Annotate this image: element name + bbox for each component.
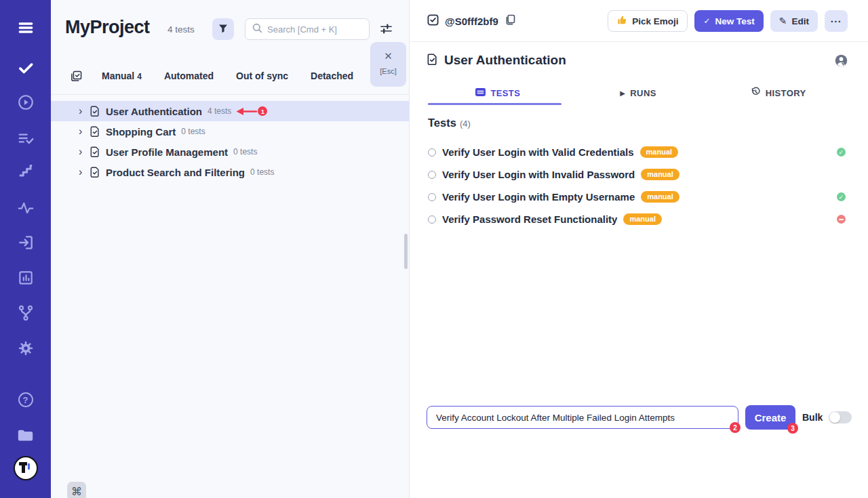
tests-heading-label: Tests [428,117,456,129]
suite-detail-panel: @S0fff2bf9 Pick Emoji ✓ New Test ✎ Edit … [410,0,868,498]
check-icon: ✓ [703,16,710,26]
tuskr-logo[interactable] [14,456,38,480]
tab-history-label: HISTORY [766,88,806,98]
tab-runs[interactable]: ▶ RUNS [568,83,709,103]
detail-tabs: TESTS ▶ RUNS HISTORY [428,83,848,103]
chevron-right-icon[interactable]: › [79,166,85,178]
tab-manual-count: 4 [137,72,142,81]
annotation-arrow-left [235,107,257,116]
tab-out-of-sync[interactable]: Out of sync [236,70,288,81]
test-title: Verify User Login with Empty Username [442,191,635,203]
manual-badge: manual [641,191,679,203]
search-icon [252,23,262,36]
search-input[interactable] [267,24,362,35]
tree-label: Product Search and Filtering [106,167,245,178]
edit-button[interactable]: ✎ Edit [770,10,818,32]
test-title: Verify User Login with Valid Credentials [442,146,634,158]
select-all-icon[interactable] [71,70,82,82]
test-row[interactable]: Verify User Login with Empty Username ma… [428,186,848,208]
tab-manual-label: Manual [102,70,134,81]
chevron-right-icon[interactable]: › [79,125,85,138]
document-check-icon [90,106,100,117]
scrollbar-thumb[interactable] [404,234,408,269]
steps-icon[interactable] [16,161,35,180]
suite-ref-code: @S0fff2bf9 [445,16,498,27]
suite-tree: › User Authentication 4 tests 1 › Shoppi… [51,101,410,182]
reports-chart-icon[interactable] [16,268,35,287]
tab-automated[interactable]: Automated [164,70,214,81]
test-radio[interactable] [428,148,436,157]
edit-label: Edit [792,16,810,26]
tree-count: 0 tests [250,167,274,177]
toggle-knob [829,412,840,423]
tree-label: User Authentication [106,106,202,117]
activity-pulse-icon[interactable] [16,199,35,217]
test-radio[interactable] [428,193,436,201]
close-icon[interactable]: ✕ [384,51,393,61]
test-radio[interactable] [428,171,436,179]
chevron-right-icon[interactable]: › [79,105,85,117]
divider [51,94,410,95]
bulk-toggle[interactable] [829,411,852,423]
chevron-right-icon[interactable]: › [79,146,85,158]
tree-row-user-authentication[interactable]: › User Authentication 4 tests 1 [51,101,410,121]
annotation-badge-2: 2 [730,422,741,433]
adjustments-icon[interactable] [380,24,392,37]
search-box [245,18,370,40]
test-list-check-icon[interactable] [16,129,35,148]
play-icon: ▶ [620,89,625,97]
document-check-icon [427,54,437,68]
new-test-button[interactable]: ✓ New Test [694,10,763,32]
project-title: MyProject [65,17,150,38]
ellipsis-icon: ··· [831,16,842,27]
annotation-badge-1: 1 [258,106,267,116]
test-row[interactable]: Verify Password Reset Functionality manu… [428,208,848,230]
new-test-title-input[interactable] [427,406,738,429]
tab-detached[interactable]: Detached [311,70,353,81]
projects-folder-icon[interactable] [16,426,35,444]
tests-tab-icon [475,88,486,98]
document-check-icon [90,146,100,157]
tests-check-icon[interactable] [16,58,35,77]
more-options-button[interactable]: ··· [825,10,848,32]
tab-automated-label: Automated [164,70,214,81]
checkbox-icon[interactable] [427,14,439,28]
tests-heading: Tests (4) [428,117,471,129]
pick-emoji-button[interactable]: Pick Emoji [608,10,688,32]
tree-label: User Profile Management [106,146,228,158]
history-clock-icon [751,87,761,99]
runs-play-circle-icon[interactable] [16,93,35,112]
integrations-branch-icon[interactable] [16,304,35,323]
tab-detached-label: Detached [311,70,353,81]
annotation-badge-3: 3 [787,423,798,434]
tab-tests-label: TESTS [490,88,520,98]
test-radio[interactable] [428,215,436,224]
tree-row-product-search-and-filtering[interactable]: › Product Search and Filtering 0 tests [51,162,410,182]
logo-accent [28,463,30,470]
active-tab-underline [428,103,561,105]
import-icon[interactable] [16,233,35,252]
tests-heading-count: (4) [460,119,471,129]
menu-icon[interactable] [16,18,35,37]
help-icon[interactable]: ? [16,390,35,409]
tab-manual[interactable]: Manual 4 [102,70,142,81]
copy-icon[interactable] [505,14,515,28]
tab-tests[interactable]: TESTS [428,83,568,103]
document-check-icon [90,126,100,137]
filter-tabs: Manual 4 Automated Out of sync Detached [51,65,410,87]
assignee-avatar-check-icon[interactable] [835,54,848,67]
sidebar-rail: ? [0,0,51,498]
pencil-icon: ✎ [779,16,787,26]
cmd-key-hint: ⌘ [67,482,86,498]
test-row[interactable]: Verify User Login with Valid Credentials… [428,141,848,163]
ref-group: @S0fff2bf9 [427,0,515,42]
detail-topbar: @S0fff2bf9 Pick Emoji ✓ New Test ✎ Edit … [410,0,868,42]
settings-gear-icon[interactable] [16,339,35,358]
question-mark-glyph: ? [18,392,33,407]
tab-history[interactable]: HISTORY [708,83,848,103]
status-blocked-icon [837,215,846,224]
tree-row-user-profile-management[interactable]: › User Profile Management 0 tests [51,142,410,162]
test-row[interactable]: Verify User Login with Invalid Password … [428,163,848,186]
filter-button[interactable] [212,18,234,40]
tree-row-shopping-cart[interactable]: › Shopping Cart 0 tests [51,121,410,142]
